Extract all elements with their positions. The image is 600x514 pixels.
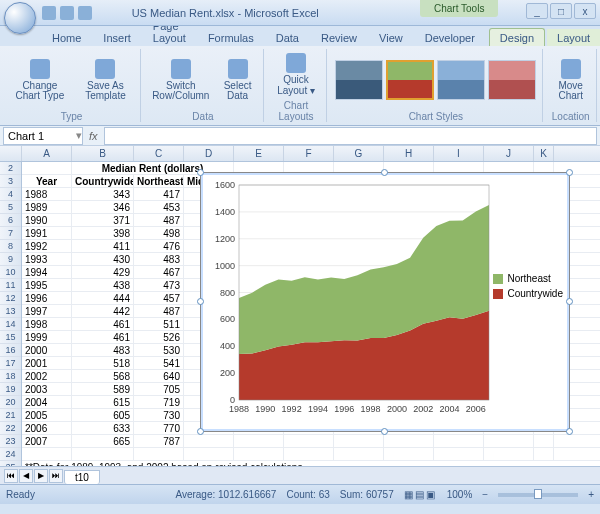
- zoom-out[interactable]: −: [482, 489, 488, 500]
- sheet-tab[interactable]: t10: [64, 470, 100, 484]
- template-icon: [95, 59, 115, 79]
- ribbon-group-chart-layouts: Quick Layout ▾ Chart Layouts: [266, 49, 328, 122]
- status-sum: Sum: 60757: [340, 489, 394, 500]
- tab-design[interactable]: Design: [489, 28, 545, 46]
- legend-item-northeast[interactable]: Northeast: [493, 273, 563, 284]
- tab-formulas[interactable]: Formulas: [198, 29, 264, 46]
- chart-style-3[interactable]: [437, 60, 485, 100]
- ribbon: Change Chart Type Save As Template Type …: [0, 46, 600, 126]
- window-title: US Median Rent.xlsx - Microsoft Excel: [132, 7, 319, 19]
- quick-access-toolbar[interactable]: [42, 6, 92, 20]
- ribbon-group-chart-styles: Chart Styles: [329, 49, 543, 122]
- save-as-template-button[interactable]: Save As Template: [77, 57, 134, 104]
- sheet-nav-first[interactable]: ⏮: [4, 469, 18, 483]
- formula-bar-row: Chart 1▾ fx: [0, 126, 600, 146]
- save-icon[interactable]: [42, 6, 56, 20]
- embedded-chart[interactable]: 0200400600800100012001400160019881990199…: [200, 172, 570, 432]
- status-count: Count: 63: [286, 489, 329, 500]
- title-bar: US Median Rent.xlsx - Microsoft Excel Ch…: [0, 0, 600, 26]
- minimize-button[interactable]: _: [526, 3, 548, 19]
- maximize-button[interactable]: □: [550, 3, 572, 19]
- row-headers[interactable]: 2345678910111213141516171819202122232425…: [0, 162, 22, 466]
- office-button[interactable]: [4, 2, 36, 34]
- chart-style-4[interactable]: [488, 60, 536, 100]
- chart-legend[interactable]: Northeast Countrywide: [493, 273, 563, 303]
- sheet-tab-bar: ⏮ ◀ ▶ ⏭ t10: [0, 466, 600, 484]
- tab-developer[interactable]: Developer: [415, 29, 485, 46]
- column-headers[interactable]: ABCDEFGHIJK: [0, 146, 600, 162]
- switch-icon: [171, 59, 191, 79]
- legend-item-countrywide[interactable]: Countrywide: [493, 288, 563, 299]
- sheet-nav-last[interactable]: ⏭: [49, 469, 63, 483]
- quick-layout-icon: [286, 53, 306, 73]
- view-buttons[interactable]: ▦▤▣: [404, 489, 437, 500]
- chart-plot-area[interactable]: 0200400600800100012001400160019881990199…: [239, 185, 489, 400]
- change-chart-type-button[interactable]: Change Chart Type: [9, 57, 71, 104]
- status-ready: Ready: [6, 489, 35, 500]
- legend-swatch-icon: [493, 289, 503, 299]
- close-button[interactable]: x: [574, 3, 596, 19]
- quick-layout-button[interactable]: Quick Layout ▾: [272, 51, 321, 98]
- chart-tools-label: Chart Tools: [420, 0, 498, 17]
- select-data-button[interactable]: Select Data: [218, 57, 256, 104]
- fx-icon[interactable]: fx: [89, 130, 98, 142]
- switch-row-column-button[interactable]: Switch Row/Column: [149, 57, 212, 104]
- zoom-slider[interactable]: [498, 493, 578, 497]
- ribbon-group-data: Switch Row/Column Select Data Data: [143, 49, 264, 122]
- ribbon-group-type: Change Chart Type Save As Template Type: [3, 49, 141, 122]
- move-chart-button[interactable]: Move Chart: [551, 57, 590, 104]
- spreadsheet-grid[interactable]: ABCDEFGHIJK 2345678910111213141516171819…: [0, 146, 600, 466]
- formula-input[interactable]: [104, 127, 597, 145]
- chart-style-1[interactable]: [335, 60, 383, 100]
- status-average: Average: 1012.616667: [175, 489, 276, 500]
- legend-swatch-icon: [493, 274, 503, 284]
- tab-insert[interactable]: Insert: [93, 29, 141, 46]
- sheet-nav-prev[interactable]: ◀: [19, 469, 33, 483]
- tab-home[interactable]: Home: [42, 29, 91, 46]
- tab-data[interactable]: Data: [266, 29, 309, 46]
- move-chart-icon: [561, 59, 581, 79]
- undo-icon[interactable]: [60, 6, 74, 20]
- sheet-nav-next[interactable]: ▶: [34, 469, 48, 483]
- ribbon-tabs: Home Insert Page Layout Formulas Data Re…: [0, 26, 600, 46]
- tab-layout[interactable]: Layout: [547, 29, 600, 46]
- chart-type-icon: [30, 59, 50, 79]
- redo-icon[interactable]: [78, 6, 92, 20]
- select-data-icon: [228, 59, 248, 79]
- chart-style-2[interactable]: [386, 60, 434, 100]
- name-box[interactable]: Chart 1▾: [3, 127, 83, 145]
- tab-view[interactable]: View: [369, 29, 413, 46]
- zoom-in[interactable]: +: [588, 489, 594, 500]
- status-bar: Ready Average: 1012.616667 Count: 63 Sum…: [0, 484, 600, 504]
- ribbon-group-location: Move Chart Location: [545, 49, 597, 122]
- tab-review[interactable]: Review: [311, 29, 367, 46]
- zoom-level[interactable]: 100%: [447, 489, 473, 500]
